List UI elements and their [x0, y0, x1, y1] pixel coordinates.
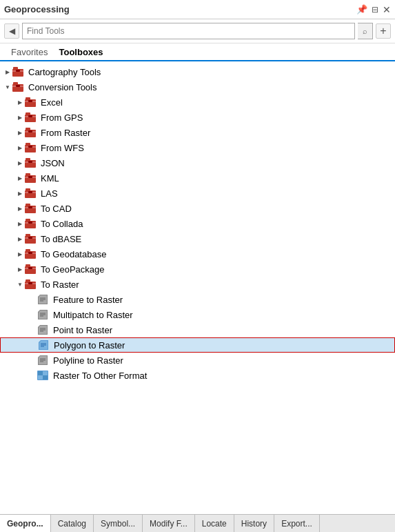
svg-rect-37	[26, 204, 30, 206]
toolbox-icon	[25, 218, 36, 229]
tree-item-point-to-raster[interactable]: Point to Raster	[0, 322, 395, 337]
tree-item-to-geopackage[interactable]: ▶ To GeoPackage	[0, 262, 395, 277]
tree-item-json[interactable]: ▶ JSON	[0, 155, 395, 170]
svg-rect-35	[28, 191, 32, 193]
tree-item-excel[interactable]: ▶ Excel	[0, 95, 395, 110]
undock-icon[interactable]: ⊟	[372, 5, 378, 14]
svg-rect-33	[26, 188, 30, 191]
tree-item-feature-to-raster[interactable]: Feature to Raster	[0, 292, 395, 307]
title-bar: Geoprocessing 📌 ⊟ ✕	[0, 0, 395, 19]
svg-rect-21	[26, 143, 30, 146]
svg-rect-9	[26, 97, 30, 100]
tool-icon	[37, 309, 48, 320]
tree-item-from-gps[interactable]: ▶ From GPS	[0, 110, 395, 125]
title-bar-controls: 📌 ⊟ ✕	[356, 4, 391, 15]
plus-icon: +	[380, 25, 386, 37]
status-tab-modify-f---[interactable]: Modify F...	[143, 515, 195, 532]
tree-item-label: Excel	[41, 97, 63, 108]
svg-rect-51	[28, 252, 32, 254]
tree-item-label: KML	[41, 173, 59, 184]
expand-arrow[interactable]: ▶	[15, 206, 25, 212]
status-tab-symbol---[interactable]: Symbol...	[94, 515, 143, 532]
expand-arrow[interactable]: ▶	[15, 130, 25, 136]
expand-arrow[interactable]: ▼	[3, 84, 12, 90]
tree-item-label: Polygon to Raster	[54, 340, 125, 351]
title-text: Geoprocessing	[4, 4, 70, 14]
expand-arrow[interactable]: ▶	[15, 175, 25, 181]
svg-rect-47	[28, 237, 32, 239]
svg-rect-43	[28, 221, 32, 224]
expand-arrow[interactable]: ▶	[15, 160, 25, 166]
status-tab-locate[interactable]: Locate	[195, 515, 234, 532]
tree-item-to-geodatabase[interactable]: ▶ To Geodatabase	[0, 246, 395, 262]
tree-item-label: From WFS	[41, 143, 84, 153]
toolbox-icon	[25, 142, 36, 153]
tree-item-polyline-to-raster[interactable]: Polyline to Raster	[0, 353, 395, 368]
tab-favorites[interactable]: Favorites	[6, 44, 53, 60]
tree-item-label: To Raster	[41, 279, 79, 290]
tab-toolboxes[interactable]: Toolboxes	[53, 44, 108, 61]
status-tab-geopro---[interactable]: Geopro...	[0, 515, 51, 532]
tool-icon	[37, 355, 48, 366]
toolbox-icon	[25, 127, 36, 138]
expand-arrow[interactable]: ▶	[15, 266, 25, 273]
expand-arrow[interactable]: ▼	[15, 282, 25, 288]
tree-item-multipatch-to-raster[interactable]: Multipatch to Raster	[0, 307, 395, 322]
add-button[interactable]: +	[376, 23, 391, 39]
expand-arrow[interactable]: ▶	[15, 221, 25, 227]
tree-item-label: From GPS	[41, 112, 83, 123]
svg-rect-13	[26, 112, 30, 115]
tree-item-cartography-tools[interactable]: ▶ Cartography Tools	[0, 64, 395, 79]
svg-rect-45	[26, 234, 30, 237]
tree-item-label: To dBASE	[41, 234, 81, 244]
tree-item-label: To CAD	[41, 204, 72, 214]
svg-rect-57	[26, 279, 30, 282]
toolbox-icon	[25, 248, 36, 259]
toolbox-icon	[25, 97, 36, 108]
tree-item-from-wfs[interactable]: ▶ From WFS	[0, 140, 395, 155]
toolbox-icon	[25, 233, 36, 244]
tree-item-label: Conversion Tools	[28, 82, 97, 92]
close-icon[interactable]: ✕	[383, 4, 391, 15]
svg-rect-39	[28, 206, 32, 208]
toolbox-icon	[25, 157, 36, 168]
svg-rect-53	[26, 264, 30, 267]
tree-item-polygon-to-raster[interactable]: Polygon to Raster	[0, 337, 395, 353]
pin-icon[interactable]: 📌	[356, 4, 367, 14]
svg-rect-41	[26, 219, 30, 221]
search-button[interactable]: ⌕	[358, 23, 373, 39]
toolbox-icon	[25, 264, 36, 275]
expand-arrow[interactable]: ▶	[15, 115, 25, 121]
toolbox-icon	[25, 112, 36, 123]
tree-item-label: To Collada	[41, 219, 83, 229]
status-tab-history[interactable]: History	[234, 515, 274, 532]
tree-item-from-raster[interactable]: ▶ From Raster	[0, 125, 395, 140]
back-button[interactable]: ◀	[4, 23, 19, 39]
tree-item-to-dbase[interactable]: ▶ To dBASE	[0, 231, 395, 246]
status-tab-export---[interactable]: Export...	[274, 515, 320, 532]
tree-item-raster-to-other-format[interactable]: Raster To Other Format	[0, 368, 395, 383]
expand-arrow[interactable]: ▶	[15, 190, 25, 197]
tree-item-to-cad[interactable]: ▶ To CAD	[0, 201, 395, 216]
content-area: ▶ Cartography Tools▼ Conversion Tools▶ E…	[0, 61, 395, 514]
search-input[interactable]	[22, 23, 355, 39]
expand-arrow[interactable]: ▶	[15, 145, 25, 151]
status-bar: Geopro...CatalogSymbol...Modify F...Loca…	[0, 514, 395, 532]
expand-arrow[interactable]: ▶	[15, 251, 25, 257]
svg-rect-23	[28, 146, 32, 148]
svg-rect-55	[28, 267, 32, 269]
tool-blue-icon	[38, 339, 49, 351]
tree-item-las[interactable]: ▶ LAS	[0, 186, 395, 201]
tree-item-to-raster[interactable]: ▼ To Raster	[0, 277, 395, 292]
expand-arrow[interactable]: ▶	[3, 69, 12, 75]
expand-arrow[interactable]: ▶	[15, 99, 25, 106]
expand-arrow[interactable]: ▶	[15, 236, 25, 242]
toolbox-icon	[12, 81, 23, 92]
status-tab-catalog[interactable]: Catalog	[51, 515, 94, 532]
svg-rect-19	[28, 130, 32, 132]
tree-item-conversion-tools[interactable]: ▼ Conversion Tools	[0, 79, 395, 95]
tree-item-kml[interactable]: ▶ KML	[0, 170, 395, 186]
tree-item-to-collada[interactable]: ▶ To Collada	[0, 216, 395, 231]
svg-rect-29	[26, 173, 30, 176]
tree-item-label: To GeoPackage	[41, 264, 105, 275]
